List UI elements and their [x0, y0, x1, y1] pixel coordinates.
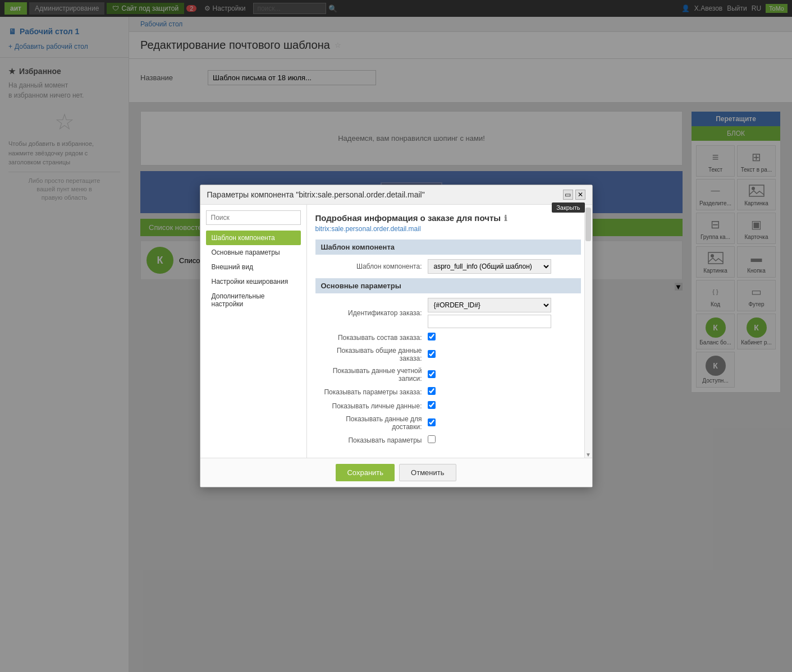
show-general-checkbox[interactable] [428, 350, 436, 358]
show-personal-row: Показывать личные данные: [315, 401, 581, 411]
modal-nav-additional[interactable]: Дополнительные настройки [206, 289, 301, 311]
modal-close-button[interactable]: ✕ Закрыть [575, 190, 585, 200]
order-id-select[interactable]: {#ORDER_ID#} [428, 298, 551, 312]
scrollbar-thumb [585, 208, 591, 241]
template-param-row: Шаблон компонента: aspro_full_info (Общи… [315, 259, 581, 274]
template-param-label: Шаблон компонента: [315, 263, 428, 270]
modal-footer: Сохранить Отменить [200, 458, 592, 487]
show-general-row: Показывать общие данные заказа: [315, 347, 581, 362]
show-general-label: Показывать общие данные заказа: [315, 347, 428, 362]
show-composition-control [428, 333, 581, 342]
show-general-control [428, 350, 581, 360]
show-composition-label: Показывать состав заказа: [315, 334, 428, 342]
info-icon: ℹ [504, 214, 507, 223]
order-id-input[interactable] [428, 315, 551, 328]
show-account-row: Показывать данные учетной записи: [315, 367, 581, 383]
modal-title: Параметры компонента "bitrix:sale.person… [207, 190, 425, 199]
show-more-label: Показывать параметры [315, 436, 428, 444]
show-params-control [428, 387, 581, 397]
save-button[interactable]: Сохранить [336, 464, 395, 481]
show-delivery-label: Показывать данные для доставки: [315, 415, 428, 431]
template-section-header: Шаблон компонента [315, 240, 581, 255]
close-tooltip: Закрыть [552, 202, 584, 213]
show-account-checkbox[interactable] [428, 370, 436, 378]
show-composition-row: Показывать состав заказа: [315, 333, 581, 342]
basic-section-header: Основные параметры [315, 278, 581, 293]
modal-search-input[interactable] [206, 210, 301, 225]
show-more-control [428, 435, 581, 445]
modal-left-nav: Шаблон компонента Основные параметры Вне… [200, 205, 307, 458]
modal-right-content: Подробная информация о заказе для почты … [307, 205, 592, 458]
show-params-checkbox[interactable] [428, 387, 436, 395]
show-personal-control [428, 401, 581, 411]
show-more-row: Показывать параметры [315, 435, 581, 445]
modal-nav-template[interactable]: Шаблон компонента [206, 231, 301, 245]
order-id-row: Идентификатор заказа: {#ORDER_ID#} [315, 298, 581, 328]
show-more-checkbox[interactable] [428, 435, 436, 443]
modal-scrollbar[interactable]: ▼ [584, 205, 592, 458]
modal-nav-basic[interactable]: Основные параметры [206, 245, 301, 260]
modal-nav-caching[interactable]: Настройки кеширования [206, 274, 301, 289]
show-params-label: Показывать параметры заказа: [315, 388, 428, 396]
component-title: Подробная информация о заказе для почты … [315, 213, 581, 223]
template-select[interactable]: aspro_full_info (Общий шаблон) [428, 259, 551, 274]
show-personal-label: Показывать личные данные: [315, 402, 428, 410]
show-personal-checkbox[interactable] [428, 401, 436, 409]
modal-restore-button[interactable]: ▭ [563, 190, 573, 200]
modal-titlebar: Параметры компонента "bitrix:sale.person… [200, 185, 592, 205]
show-delivery-checkbox[interactable] [428, 418, 436, 426]
component-params-modal: Параметры компонента "bitrix:sale.person… [200, 185, 593, 487]
modal-titlebar-buttons: ▭ ✕ Закрыть [563, 190, 585, 200]
show-account-label: Показывать данные учетной записи: [315, 367, 428, 383]
modal-nav-appearance[interactable]: Внешний вид [206, 260, 301, 274]
cancel-button[interactable]: Отменить [399, 464, 456, 481]
modal-overlay: Параметры компонента "bitrix:sale.person… [0, 0, 792, 672]
scroll-arrow-down[interactable]: ▼ [585, 452, 592, 458]
component-link[interactable]: bitrix:sale.personal.order.detail.mail [315, 225, 581, 233]
show-composition-checkbox[interactable] [428, 333, 436, 340]
order-id-label: Идентификатор заказа: [315, 309, 428, 317]
show-params-row: Показывать параметры заказа: [315, 387, 581, 397]
modal-body: Шаблон компонента Основные параметры Вне… [200, 205, 592, 458]
template-param-control: aspro_full_info (Общий шаблон) [428, 259, 581, 274]
show-delivery-control [428, 418, 581, 428]
order-id-control: {#ORDER_ID#} [428, 298, 581, 328]
show-account-control [428, 370, 581, 380]
show-delivery-row: Показывать данные для доставки: [315, 415, 581, 431]
